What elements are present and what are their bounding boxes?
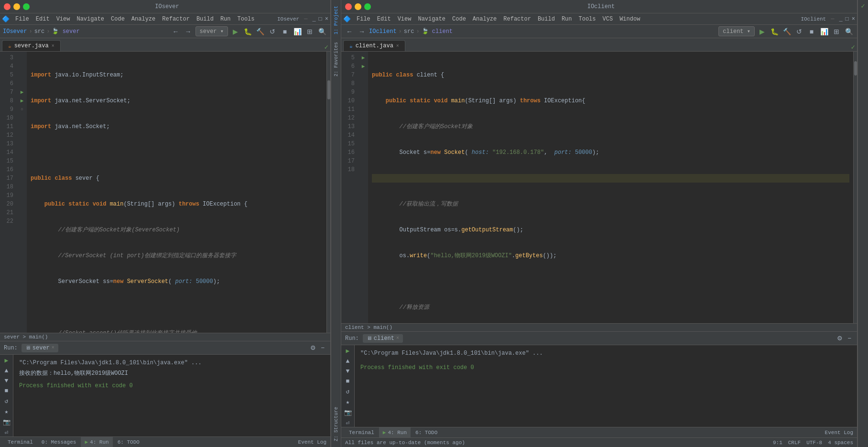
- right-indent[interactable]: 4 spaces: [828, 440, 853, 446]
- menu-tools-left[interactable]: Tools: [235, 15, 258, 23]
- left-stop-btn[interactable]: ■: [280, 26, 290, 37]
- right-run-play-btn[interactable]: ▶: [343, 347, 353, 355]
- left-run-btn[interactable]: ▶: [230, 26, 240, 37]
- menu-edit-left[interactable]: Edit: [33, 15, 53, 23]
- left-search-btn[interactable]: 🔍: [317, 26, 327, 37]
- right-search-btn[interactable]: 🔍: [844, 26, 854, 37]
- right-panel-minimize[interactable]: −: [846, 334, 853, 343]
- left-coverage-btn[interactable]: 📊: [292, 26, 303, 37]
- right-run-config[interactable]: client ▾: [718, 26, 755, 36]
- right-build-btn[interactable]: 🔨: [781, 26, 792, 37]
- right-run-rebuild-btn[interactable]: ↺: [343, 388, 353, 395]
- v-tab-project[interactable]: 1: Project: [333, 2, 340, 38]
- left-tab-close[interactable]: ×: [52, 44, 54, 49]
- left-breadcrumb-project[interactable]: IOsever: [3, 28, 27, 35]
- right-maximize-icon[interactable]: □: [846, 16, 849, 22]
- right-run-pin-btn[interactable]: ★: [343, 398, 353, 406]
- v-tab-structure[interactable]: Z: Structure: [333, 403, 340, 445]
- right-line-ending[interactable]: CRLF: [788, 440, 801, 446]
- left-status-todo[interactable]: 6: TODO: [114, 437, 143, 447]
- right-run-btn[interactable]: ▶: [757, 26, 767, 37]
- menu-tools-right[interactable]: Tools: [576, 15, 599, 23]
- left-run-down-btn[interactable]: ▼: [1, 377, 12, 384]
- menu-analyze-right[interactable]: Analyze: [470, 15, 499, 23]
- left-minimize-icon[interactable]: _: [312, 16, 315, 22]
- menu-navigate-right[interactable]: Navigate: [415, 15, 448, 23]
- menu-refactor-left[interactable]: Refactor: [159, 15, 193, 23]
- right-reload-btn[interactable]: ↺: [794, 26, 804, 37]
- right-back-btn[interactable]: ←: [344, 26, 355, 37]
- right-layout-btn[interactable]: ⊞: [831, 26, 842, 37]
- left-breadcrumb-src[interactable]: src: [34, 28, 45, 35]
- menu-file-right[interactable]: File: [354, 15, 373, 23]
- menu-navigate-left[interactable]: Navigate: [74, 15, 107, 23]
- left-forward-btn[interactable]: →: [183, 26, 194, 37]
- right-run-tab-active[interactable]: 🖥 client ×: [363, 334, 403, 343]
- left-run-dump-btn[interactable]: 📷: [1, 418, 12, 426]
- right-forward-btn[interactable]: →: [357, 26, 367, 37]
- right-status-run[interactable]: ▶ 4: Run: [379, 427, 411, 438]
- right-coverage-btn[interactable]: 📊: [819, 26, 829, 37]
- right-stop-btn[interactable]: ■: [806, 26, 817, 37]
- menu-build-right[interactable]: Build: [535, 15, 558, 23]
- menu-refactor-right[interactable]: Refactor: [500, 15, 534, 23]
- right-max-btn[interactable]: [364, 3, 371, 10]
- right-min-btn[interactable]: [355, 3, 361, 10]
- right-panel-check-icon[interactable]: ✓: [861, 2, 865, 10]
- menu-edit-right[interactable]: Edit: [374, 15, 394, 23]
- menu-run-right[interactable]: Run: [559, 15, 575, 23]
- right-status-todo[interactable]: 6: TODO: [412, 427, 441, 438]
- left-build-btn[interactable]: 🔨: [255, 26, 265, 37]
- left-x-icon[interactable]: ×: [325, 16, 328, 22]
- menu-run-left[interactable]: Run: [217, 15, 234, 23]
- menu-window-right[interactable]: Window: [617, 15, 643, 23]
- right-tab-close[interactable]: ×: [396, 44, 399, 49]
- right-client-tab[interactable]: ☕ client.java ×: [343, 40, 405, 51]
- left-back-btn[interactable]: ←: [171, 26, 181, 37]
- left-breadcrumb-sever[interactable]: 🍃 sever: [52, 28, 79, 35]
- left-event-log[interactable]: Event Log: [298, 439, 326, 445]
- menu-view-right[interactable]: View: [395, 15, 414, 23]
- left-status-run[interactable]: ▶ 4: Run: [81, 437, 112, 447]
- menu-view-left[interactable]: View: [54, 15, 73, 23]
- right-run-wrap-btn[interactable]: ⏎: [343, 419, 353, 427]
- right-breadcrumb-client[interactable]: 🍃 client: [422, 28, 453, 35]
- menu-analyze-left[interactable]: Analyze: [129, 15, 158, 23]
- left-run-stop-btn[interactable]: ■: [1, 387, 12, 394]
- right-run-stop-btn[interactable]: ■: [343, 378, 353, 385]
- menu-build-left[interactable]: Build: [194, 15, 217, 23]
- right-x-icon[interactable]: ×: [852, 16, 855, 22]
- right-scrollbar[interactable]: [853, 52, 857, 323]
- left-run-up-btn[interactable]: ▲: [1, 367, 12, 374]
- v-tab-favorites[interactable]: 2: Favorites: [333, 38, 340, 80]
- left-close-btn[interactable]: [4, 3, 11, 10]
- right-run-up-btn[interactable]: ▲: [343, 358, 353, 365]
- left-maximize-icon[interactable]: □: [319, 16, 322, 22]
- right-close-btn[interactable]: [345, 3, 352, 10]
- left-sever-tab[interactable]: ☕ sever.java ×: [2, 40, 61, 51]
- right-run-down-btn[interactable]: ▼: [343, 368, 353, 375]
- right-cursor-pos[interactable]: 9:1: [773, 440, 782, 446]
- left-panel-settings[interactable]: ⚙: [308, 343, 318, 352]
- right-minimize-icon[interactable]: _: [839, 16, 842, 22]
- left-scrollbar[interactable]: [326, 52, 330, 333]
- right-run-tab-close[interactable]: ×: [396, 336, 399, 341]
- left-run-tab-close[interactable]: ×: [52, 345, 54, 350]
- left-max-btn[interactable]: [23, 3, 30, 10]
- right-run-dump-btn[interactable]: 📷: [343, 409, 353, 416]
- left-run-wrap-btn[interactable]: ⏎: [1, 429, 12, 436]
- left-run-play-btn[interactable]: ▶: [1, 357, 12, 364]
- left-run-rebuild-btn[interactable]: ↺: [1, 397, 12, 405]
- menu-code-left[interactable]: Code: [108, 15, 128, 23]
- left-debug-btn[interactable]: 🐛: [242, 26, 253, 37]
- right-status-terminal[interactable]: Terminal: [345, 427, 378, 438]
- menu-vcs-right[interactable]: VCS: [600, 15, 616, 23]
- left-run-tab-active[interactable]: 🖥 sever ×: [22, 344, 58, 352]
- right-encoding[interactable]: UTF-8: [806, 440, 822, 446]
- menu-file-left[interactable]: File: [12, 15, 32, 23]
- left-status-messages[interactable]: 0: Messages: [38, 437, 80, 447]
- right-panel-settings[interactable]: ⚙: [835, 334, 845, 343]
- left-status-terminal[interactable]: Terminal: [4, 437, 37, 447]
- right-event-log[interactable]: Event Log: [825, 430, 853, 436]
- left-run-pin-btn[interactable]: ★: [1, 408, 12, 415]
